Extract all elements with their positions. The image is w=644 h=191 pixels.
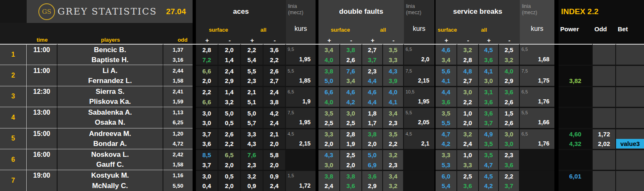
service-breaks-kurs-cell: 6,51,76: [520, 86, 554, 107]
match-row: 616:00Noskova L.Gauff C.2,421,588,53,76,…: [0, 149, 644, 170]
kurs-value: 1,76: [520, 139, 554, 148]
bet-value: [616, 150, 644, 160]
service-breaks-value: 2,6: [499, 97, 519, 107]
bet-cell: [616, 170, 644, 191]
service-breaks-value: 2,4: [457, 139, 478, 148]
index-odd-value: [593, 181, 615, 191]
double-faults-value-cell: 3,32,0: [318, 128, 340, 149]
kurs-value: 2,0: [404, 55, 434, 64]
service-breaks-value: 1,0: [457, 150, 478, 160]
double-faults-kurs-cell: 4,52,1: [404, 128, 434, 149]
double-faults-value: 3,0: [340, 108, 361, 118]
linia-value: 4,5: [404, 130, 434, 138]
double-faults-value: 3,7: [362, 55, 382, 65]
service-breaks-value: 4,2: [436, 139, 456, 148]
player-odd: 1,13: [163, 108, 193, 117]
spacer: [27, 181, 57, 191]
player-name: Pliskova Ka.: [58, 97, 163, 106]
index-odd-value: 2,02: [593, 139, 615, 148]
service-breaks-value: 2,8: [457, 55, 478, 65]
service-breaks-value: 4,4: [436, 87, 456, 97]
service-breaks-value: 2,0: [457, 118, 478, 128]
aces-value-cell: 6,62,0: [196, 65, 218, 85]
aces-kurs-cell: 7,51,95: [286, 107, 316, 128]
player-name: Gauff C.: [58, 160, 163, 169]
aces-kurs-cell: 9,51,95: [286, 44, 316, 65]
aces-value-cell: 7,62,3: [241, 149, 263, 170]
double-faults-value-cell: 4,04,1: [383, 86, 404, 107]
column-gap: [316, 65, 318, 85]
linia-value: 4,5: [286, 130, 316, 138]
aces-value: 2,2: [241, 45, 263, 55]
service-breaks-value-cell: 4,53,6: [479, 44, 499, 65]
player-odd: 1,20: [163, 129, 193, 138]
player-name: Andreeva M.: [58, 129, 163, 138]
aces-value-cell: 5,82,0: [263, 149, 286, 170]
service-breaks-value: 5,5: [436, 118, 456, 128]
double-faults-value: 2,3: [383, 160, 403, 170]
match-time-cell: 13:00: [27, 107, 58, 128]
kurs-value: 1,95: [286, 55, 316, 64]
bet-value[interactable]: value3: [616, 139, 644, 148]
double-faults-value: 3,8: [340, 45, 361, 55]
grey-statistics-table: GS GREY STATISTICS 27.04 time players od…: [0, 0, 644, 191]
match-number: 1: [0, 44, 27, 65]
match-time-cell: 12:30: [27, 86, 58, 107]
index-odd-value: [593, 55, 615, 65]
plus-label: +: [241, 36, 263, 44]
bet-value: [616, 181, 644, 191]
aces-value: 7,2: [196, 55, 218, 65]
double-faults-value: 4,4: [362, 97, 382, 107]
aces-value-cell: 2,43,8: [263, 86, 286, 107]
index-odd-value: [593, 45, 615, 55]
gs-logo-icon: GS: [38, 3, 55, 20]
double-faults-value: 3,2: [383, 150, 403, 160]
index-odd-cell: [593, 107, 616, 128]
double-faults-value: 3,5: [318, 108, 339, 118]
power-value: [559, 118, 592, 128]
match-row: 515:00Andreeva M.Bondar A.1,204,723,73,6…: [0, 128, 644, 149]
kurs-value: 1,75: [520, 76, 554, 85]
service-breaks-value: 5,4: [436, 181, 456, 191]
double-faults-value: 2,4: [318, 181, 339, 191]
aces-value-cell: 2,26,6: [196, 86, 218, 107]
player-odd: 1,58: [163, 76, 193, 85]
kurs-value: [404, 181, 434, 191]
player-name: Baptiste H.: [58, 55, 163, 65]
linia-value: [520, 151, 554, 159]
service-breaks-value-cell: 1,03,3: [457, 149, 479, 170]
kurs-value: 2,05: [404, 118, 434, 127]
double-faults-value: 2,5: [340, 118, 361, 128]
service-breaks-value-cell: 5,64,1: [436, 65, 457, 85]
linia-line2: (mecz): [406, 10, 434, 16]
double-faults-value-cell: 3,02,5: [340, 107, 362, 128]
service-breaks-value: 2,2: [499, 171, 519, 181]
aces-value: 3,7: [196, 129, 218, 139]
match-number: 5: [0, 128, 27, 149]
df-surface-label: surface: [318, 23, 362, 36]
player-name: Li A.: [58, 66, 163, 75]
linia-value: 7,5: [520, 67, 554, 75]
service-breaks-kurs-cell: 7,51,75: [520, 65, 554, 85]
player-odd: 1,37: [163, 45, 193, 55]
aces-kurs-cell: 1,51,72: [286, 170, 316, 191]
kurs-value: 1,66: [520, 118, 554, 127]
double-faults-value: 1,9: [340, 139, 361, 148]
service-breaks-value-cell: 2,53,2: [499, 44, 520, 65]
bet-value: [616, 97, 644, 107]
service-breaks-value-cell: 4,74,2: [436, 128, 457, 149]
double-faults-value: 6,6: [318, 87, 339, 97]
match-number: 4: [0, 107, 27, 128]
aces-kurs-label: kurs: [286, 23, 316, 44]
match-time-cell: 15:00: [27, 128, 58, 149]
aces-value: 6,6: [196, 97, 218, 107]
bet-cell: value3: [616, 128, 644, 149]
index-odd-cell: [593, 170, 616, 191]
brand-band: GS GREY STATISTICS 27.04: [27, 0, 193, 23]
linia-line2: (mecz): [288, 10, 316, 16]
aces-value-cell: 5,52,3: [241, 65, 263, 85]
double-faults-value: 3,5: [383, 129, 403, 139]
service-breaks-value-cell: 3,22,8: [457, 44, 479, 65]
player-name: Fernandez L.: [58, 76, 163, 85]
aces-value-cell: 5,05,7: [241, 107, 263, 128]
